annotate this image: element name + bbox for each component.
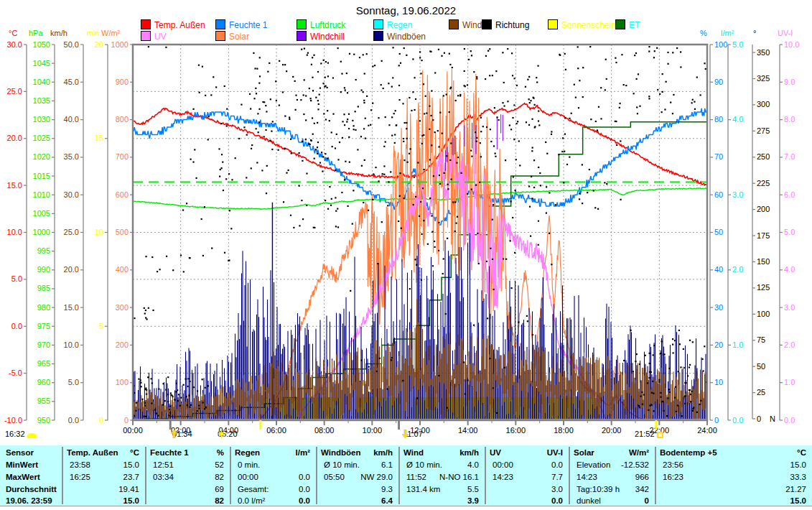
stats-cell-value: 15.0 <box>123 460 139 469</box>
column-divider <box>316 447 317 504</box>
stats-cell-value: 4.0 <box>467 460 479 469</box>
svg-text:2.0: 2.0 <box>784 340 795 349</box>
svg-text:700: 700 <box>116 152 129 161</box>
stats-cell-label: 23:58 <box>70 460 90 469</box>
axis-°C: -10.0-5.00.05.010.015.020.025.030.0°C <box>4 29 27 425</box>
svg-text:600: 600 <box>116 190 129 199</box>
svg-text:30: 30 <box>714 303 723 312</box>
svg-text:-10.0: -10.0 <box>4 416 22 425</box>
svg-text:1010: 1010 <box>33 190 50 199</box>
svg-text:1.0: 1.0 <box>732 340 743 349</box>
svg-text:80: 80 <box>714 115 723 124</box>
stats-cell-value: 82 <box>215 473 224 481</box>
svg-text:°C: °C <box>9 29 17 37</box>
svg-text:300: 300 <box>116 303 129 312</box>
svg-text:100: 100 <box>757 310 770 318</box>
svg-text:70: 70 <box>714 152 723 161</box>
stats-cell-value: N-NO 16.1 <box>439 473 479 481</box>
svg-text:%: % <box>700 29 707 37</box>
svg-text:250: 250 <box>757 152 770 161</box>
svg-text:8.0: 8.0 <box>784 115 795 124</box>
svg-text:35.0: 35.0 <box>64 152 79 161</box>
svg-text:1025: 1025 <box>33 134 50 142</box>
svg-text:24:00: 24:00 <box>697 426 717 435</box>
weather-day-chart-window: Sonntag, 19.06.2022 Temp. AußenFeuchte 1… <box>0 0 812 510</box>
column-divider <box>485 447 486 504</box>
svg-text:0.0: 0.0 <box>784 416 795 425</box>
svg-text:20.0: 20.0 <box>64 265 79 274</box>
svg-text:20: 20 <box>95 40 103 49</box>
svg-text:950: 950 <box>37 416 50 425</box>
svg-text:10.0: 10.0 <box>7 228 22 236</box>
svg-text:955: 955 <box>37 397 50 405</box>
svg-text:0: 0 <box>714 416 719 425</box>
stats-cell-label: 03:34 <box>153 473 174 481</box>
stats-col-name: Wind <box>403 448 424 457</box>
column-divider <box>62 447 63 504</box>
svg-text:hPa: hPa <box>29 29 43 37</box>
stats-cell-value: 33.3 <box>790 473 806 481</box>
axis-°: 0255075100125150175200225250275300325350… <box>752 29 775 423</box>
svg-text:990: 990 <box>37 265 50 274</box>
axis-UVI: 0.01.02.03.04.05.06.07.08.09.010.0UV-I <box>778 29 799 425</box>
stats-cell-value: NW 29.0 <box>360 473 393 481</box>
stats-cell-label: 14:23 <box>577 473 597 481</box>
svg-text:10.0: 10.0 <box>784 40 799 49</box>
svg-text:1050: 1050 <box>33 40 50 49</box>
svg-text:970: 970 <box>37 340 50 349</box>
stats-cell-value: 342 <box>635 485 649 493</box>
stats-cell-label: 00:00 <box>238 473 258 481</box>
stats-cell-value: 19.41 <box>118 485 139 493</box>
stats-cell-label: Elevation <box>577 460 610 469</box>
stats-col-unit: °C <box>130 448 139 457</box>
svg-text:15.0: 15.0 <box>7 181 22 190</box>
stats-col-name: UV <box>490 448 501 457</box>
svg-text:2.0: 2.0 <box>732 265 743 274</box>
svg-text:1.0: 1.0 <box>784 378 795 386</box>
svg-text:200: 200 <box>116 340 129 349</box>
sun-moon-annotation: 11:07 <box>401 430 423 438</box>
stats-row-label: MinWert <box>6 460 38 469</box>
stats-cell-label: Ø 10 min. <box>406 460 442 469</box>
svg-text:900: 900 <box>116 78 129 86</box>
svg-text:100: 100 <box>714 40 727 49</box>
sun-moon-time: 16:32 <box>5 430 25 438</box>
svg-text:1040: 1040 <box>33 78 50 86</box>
svg-text:5.0: 5.0 <box>68 378 79 386</box>
stats-row-label: 19.06. 23:59 <box>6 496 52 505</box>
stats-cell-value: 0.0 <box>299 473 310 481</box>
column-divider <box>145 447 146 504</box>
stats-cell-value: 7.7 <box>551 473 563 481</box>
sun-moon-annotation: 05:20 <box>218 430 240 438</box>
moon-icon <box>27 433 37 438</box>
stats-cell-value: 0.0 <box>299 485 310 493</box>
svg-text:200: 200 <box>757 205 770 213</box>
stats-cell-value: 0.0 <box>551 496 563 505</box>
stats-row-label: Durchschnitt <box>6 485 57 493</box>
svg-text:W/m²: W/m² <box>101 29 121 37</box>
svg-text:300: 300 <box>757 100 770 108</box>
svg-text:1000: 1000 <box>33 228 50 236</box>
svg-text:150: 150 <box>757 257 770 266</box>
svg-text:min: min <box>87 29 100 37</box>
stats-cell-label: 16:23 <box>663 473 683 481</box>
svg-text:980: 980 <box>37 303 50 312</box>
sun-moon-annotation: 16:32 <box>5 430 37 438</box>
stats-cell-label: 12:51 <box>153 460 174 469</box>
svg-text:15: 15 <box>95 134 103 142</box>
svg-text:18:00: 18:00 <box>554 426 574 435</box>
sunset-square-icon <box>657 432 663 438</box>
svg-text:960: 960 <box>37 378 50 386</box>
stats-col-name: Regen <box>235 448 260 457</box>
svg-text:800: 800 <box>116 115 129 124</box>
stats-cell-label: 0 min. <box>238 460 260 469</box>
stats-cell-value: 6.1 <box>381 460 393 469</box>
svg-text:0.0: 0.0 <box>11 322 22 330</box>
svg-text:175: 175 <box>757 231 770 240</box>
svg-text:25.0: 25.0 <box>7 87 22 96</box>
svg-text:500: 500 <box>116 228 129 236</box>
axis-kmh: 0.05.010.015.020.025.030.035.040.045.050… <box>50 29 83 425</box>
svg-text:5.0: 5.0 <box>784 228 795 236</box>
svg-text:325: 325 <box>757 74 770 83</box>
svg-text:0: 0 <box>757 414 761 423</box>
